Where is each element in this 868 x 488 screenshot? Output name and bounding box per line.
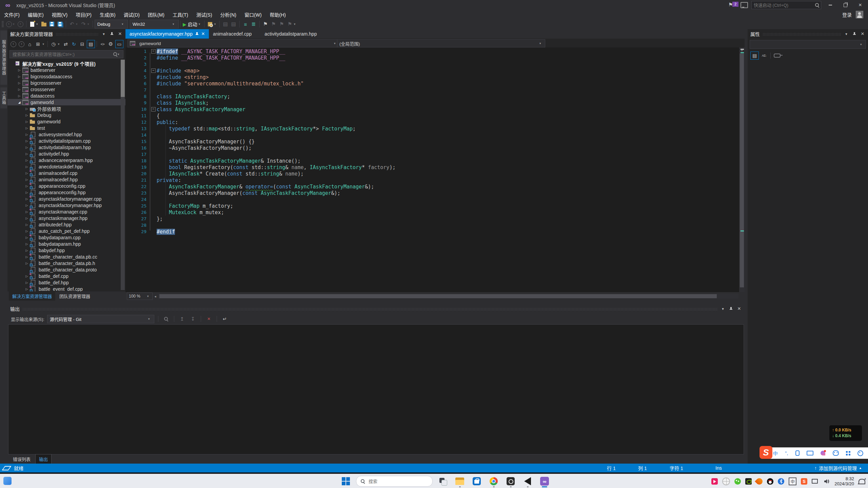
- server-explorer-tab[interactable]: 服务器资源管理器: [0, 30, 7, 85]
- window-position-caret-icon[interactable]: [720, 306, 726, 311]
- expand-arrow-icon[interactable]: [24, 133, 30, 136]
- tree-item[interactable]: auto_catch_pet_def.hpp: [7, 228, 125, 234]
- switch-views-button[interactable]: [34, 40, 42, 48]
- document-tab[interactable]: activitydatalistparam.hpp: [260, 29, 321, 39]
- unity-button[interactable]: [521, 475, 534, 488]
- tree-item[interactable]: battle_def.cpp: [7, 273, 125, 279]
- view-code-button[interactable]: [99, 40, 106, 48]
- zoom-dropdown[interactable]: 100 % ▾: [127, 292, 153, 300]
- minimize-button[interactable]: [825, 1, 836, 9]
- status-character[interactable]: 字符 1: [670, 464, 683, 472]
- chrome-button[interactable]: [487, 475, 500, 488]
- add-to-source-control-button[interactable]: ↑ 添加到源代码管理 ▲: [814, 464, 862, 472]
- qq-tray-icon[interactable]: [767, 478, 773, 485]
- quick-launch-input[interactable]: [753, 2, 815, 8]
- menu-item[interactable]: 视图(V): [48, 10, 72, 19]
- save-button[interactable]: [48, 20, 56, 28]
- tree-item[interactable]: 解决方案'xxgy_vs2015' (9 个项目): [7, 60, 125, 67]
- preview-selected-items-button[interactable]: [115, 40, 123, 48]
- tree-forward-button[interactable]: [18, 40, 25, 48]
- menu-item[interactable]: 测试(S): [192, 10, 216, 19]
- nvidia-tray-icon[interactable]: [745, 478, 752, 485]
- tree-item[interactable]: battle_event_def.cpp: [7, 286, 125, 291]
- status-column[interactable]: 列 1: [638, 464, 647, 472]
- alphabetical-button[interactable]: [760, 52, 768, 59]
- tree-item[interactable]: animalracedef.cpp: [7, 170, 125, 176]
- fold-box-icon[interactable]: [150, 49, 157, 54]
- close-icon[interactable]: [736, 306, 742, 311]
- save-all-button[interactable]: [56, 20, 64, 28]
- open-file-button[interactable]: [40, 20, 47, 28]
- tree-item[interactable]: battleserver: [7, 67, 125, 73]
- expand-arrow-icon[interactable]: [16, 88, 22, 91]
- hscroll-left-arrow-icon[interactable]: ◂: [153, 294, 158, 298]
- expand-arrow-icon[interactable]: [16, 101, 22, 104]
- tree-item[interactable]: bigcrossdataaccess: [7, 73, 125, 80]
- menu-item[interactable]: 工具(T): [169, 10, 192, 19]
- expand-arrow-icon[interactable]: [24, 204, 30, 207]
- tree-item[interactable]: appearanceconfig.hpp: [7, 189, 125, 196]
- expand-arrow-icon[interactable]: [24, 178, 30, 181]
- toolbox-tab[interactable]: 工具箱: [0, 87, 7, 108]
- status-insert-mode[interactable]: Ins: [715, 464, 722, 472]
- menu-item[interactable]: 编辑(E): [24, 10, 48, 19]
- sogou-logo[interactable]: S: [760, 446, 772, 459]
- expand-arrow-icon[interactable]: [24, 249, 30, 252]
- restore-button[interactable]: [840, 1, 851, 9]
- tree-item[interactable]: asynctaskfactorymanager.hpp: [7, 202, 125, 208]
- tree-scrollbar-thumb[interactable]: [121, 60, 125, 97]
- toolbar-grip[interactable]: [2, 21, 4, 27]
- taskbar-search-box[interactable]: [356, 476, 433, 487]
- close-icon[interactable]: [201, 30, 205, 37]
- ime-toolbox-icon[interactable]: [846, 451, 850, 455]
- tree-item[interactable]: advancecareerparam.hpp: [7, 157, 125, 163]
- menu-item[interactable]: 项目(P): [72, 10, 96, 19]
- output-title-bar[interactable]: 输出: [7, 304, 745, 313]
- tree-item[interactable]: appearanceconfig.cpp: [7, 183, 125, 189]
- tree-item[interactable]: battle_character_data.pb.h: [7, 260, 125, 266]
- video-app-tray-icon[interactable]: [711, 478, 718, 485]
- pending-changes-filter-button[interactable]: [50, 40, 57, 48]
- visual-studio-button[interactable]: ∞: [538, 475, 551, 488]
- ime-skin-icon[interactable]: [821, 451, 825, 455]
- notification-bell-icon[interactable]: [859, 479, 865, 484]
- undo-button[interactable]: [68, 20, 76, 28]
- fold-box-icon[interactable]: [150, 68, 157, 73]
- clear-all-button[interactable]: [205, 315, 213, 323]
- expand-arrow-icon[interactable]: [16, 94, 22, 98]
- tree-item[interactable]: attributedef.hpp: [7, 221, 125, 228]
- tree-item[interactable]: babydataparam.cpp: [7, 234, 125, 241]
- expand-arrow-icon[interactable]: [24, 114, 30, 117]
- tree-item[interactable]: crossserver: [7, 86, 125, 93]
- undo-caret-icon[interactable]: ▾: [76, 22, 79, 26]
- properties-button[interactable]: [107, 40, 114, 48]
- object-dropdown[interactable]: ▾: [750, 40, 866, 49]
- expand-arrow-icon[interactable]: [24, 242, 30, 246]
- status-line[interactable]: 行 1: [607, 464, 616, 472]
- ime-keyboard-icon[interactable]: [807, 451, 813, 455]
- tree-item[interactable]: asynctaskmanager.cpp: [7, 208, 125, 215]
- tree-back-button[interactable]: [9, 40, 17, 48]
- unity-hub-button[interactable]: [504, 475, 517, 488]
- ime-chinese-mode-icon[interactable]: 中: [773, 450, 778, 456]
- solution-search-input[interactable]: [12, 52, 113, 57]
- properties-title-bar[interactable]: 属性: [748, 29, 868, 39]
- find-caret-icon[interactable]: ▾: [214, 22, 218, 26]
- menu-item[interactable]: 分析(N): [216, 10, 240, 19]
- hscroll-thumb[interactable]: [159, 294, 717, 298]
- ime-settings-icon[interactable]: [857, 450, 863, 456]
- expand-arrow-icon[interactable]: [24, 126, 30, 130]
- decrease-indent-button[interactable]: [242, 20, 249, 28]
- tab-team-explorer[interactable]: 团队资源管理器: [56, 291, 94, 301]
- taskbar-clock[interactable]: 8:32 2024/3/20: [834, 476, 854, 486]
- quick-launch-box[interactable]: [751, 1, 821, 9]
- switch-views-caret-icon[interactable]: ▾: [42, 42, 46, 46]
- expand-arrow-icon[interactable]: [24, 223, 30, 226]
- tree-item[interactable]: anecdotetaskdef.hpp: [7, 163, 125, 170]
- menu-item[interactable]: 团队(M): [144, 10, 169, 19]
- type-scope-dropdown[interactable]: (全局范围) ▾: [337, 39, 545, 47]
- expand-arrow-icon[interactable]: [24, 281, 30, 284]
- close-icon[interactable]: [860, 31, 865, 37]
- feedback-icon[interactable]: [741, 2, 748, 8]
- ime-indicator[interactable]: 中: [789, 477, 796, 485]
